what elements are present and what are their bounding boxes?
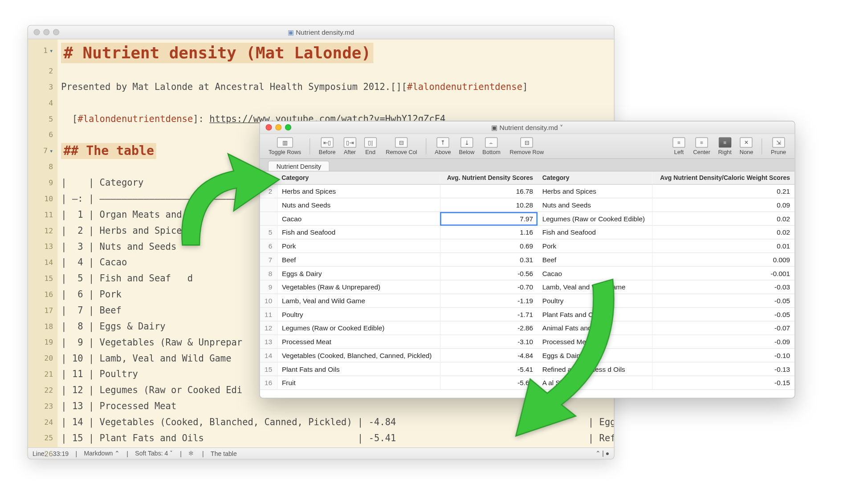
tab-nutrient-density[interactable]: Nutrient Density	[268, 161, 330, 171]
status-lang[interactable]: Markdown ⌃	[84, 450, 119, 457]
col-category-1[interactable]: Category	[277, 171, 440, 184]
line-gutter: 1234567891011121314151617181920212223242…	[28, 39, 58, 447]
status-section[interactable]: The table	[211, 450, 237, 457]
status-tabs[interactable]: Soft Tabs: 4 ˅	[135, 450, 173, 457]
table-row[interactable]: 7Beef0.31Beef0.009	[260, 253, 795, 267]
table-row[interactable]: 2Herbs and Spices16.78Herbs and Spices0.…	[260, 184, 795, 198]
status-bar: Line: 33:19 | Markdown ⌃ | Soft Tabs: 4 …	[28, 447, 614, 459]
remove-col-button[interactable]: ⊟Remove Col	[383, 136, 420, 156]
col-score-2[interactable]: Avg Nutrient Density/Caloric Weight Scor…	[652, 171, 795, 184]
col-before-button[interactable]: ⇤▯Before	[316, 136, 338, 156]
table-row[interactable]: 14Vegetables (Cooked, Blanched, Canned, …	[260, 349, 795, 362]
status-line-label: Line:	[33, 450, 46, 457]
window-title: ▣ Nutrient density.md	[28, 28, 614, 36]
table-row[interactable]: 15Plant Fats and Oils-5.41Refined and Pr…	[260, 362, 795, 376]
table-row[interactable]: Cacao7.97Legumes (Raw or Cooked Edible)0…	[260, 212, 795, 226]
table-row[interactable]: 16Fruit-5.62A al Skin and-0.15	[260, 376, 795, 390]
col-score-1[interactable]: Avg. Nutrient Density Scores	[440, 171, 538, 184]
remove-row-button[interactable]: ⊟Remove Row	[507, 136, 547, 156]
status-indicator: ⌃ | ●	[595, 450, 610, 457]
table-row[interactable]: 5Fish and Seafood1.16Fish and Seafood0.0…	[260, 225, 795, 239]
align-left-button[interactable]: ≡Left	[670, 136, 688, 156]
row-above-button[interactable]: ⤒Above	[432, 136, 454, 156]
align-none-button[interactable]: ✕None	[737, 136, 756, 156]
tab-strip: Nutrient Density	[260, 159, 795, 171]
table-row[interactable]: 11Poultry-1.71Plant Fats and Oils-0.05	[260, 308, 795, 321]
status-pos: 33:19	[53, 450, 69, 457]
table-row[interactable]: 12Legumes (Raw or Cooked Edible)-2.86Ani…	[260, 321, 795, 335]
table-titlebar[interactable]: ▣ Nutrient density.md ˅	[260, 122, 795, 134]
table-row[interactable]: 13Processed Meat-3.10Processed Meat-0.09	[260, 335, 795, 349]
table-row[interactable]: 10Lamb, Veal and Wild Game-1.19Poultry-0…	[260, 294, 795, 308]
gear-icon[interactable]	[188, 450, 195, 457]
toolbar: ▥Toggle Rows ⇤▯Before ▯⇥After ▯|End ⊟Rem…	[260, 134, 795, 159]
table-row[interactable]: 6Pork0.69Pork0.01	[260, 239, 795, 253]
editor-titlebar[interactable]: ▣ Nutrient density.md	[28, 26, 614, 40]
col-index[interactable]	[260, 171, 277, 184]
row-below-button[interactable]: ⤓Below	[456, 136, 477, 156]
toggle-rows-button[interactable]: ▥Toggle Rows	[265, 136, 304, 156]
table-editor-window: ▣ Nutrient density.md ˅ ▥Toggle Rows ⇤▯B…	[259, 121, 795, 398]
row-bottom-button[interactable]: ⫠Bottom	[480, 136, 503, 156]
align-center-button[interactable]: ≡Center	[690, 136, 713, 156]
align-right-button[interactable]: ≡Right	[715, 136, 734, 156]
col-category-2[interactable]: Category	[537, 171, 652, 184]
data-grid[interactable]: Category Avg. Nutrient Density Scores Ca…	[260, 171, 795, 390]
table-row[interactable]: 8Eggs & Dairy-0.56Cacao-0.001	[260, 266, 795, 280]
col-end-button[interactable]: ▯|End	[361, 136, 379, 156]
table-row[interactable]: 9Vegetables (Raw & Unprepared)-0.70Lamb,…	[260, 280, 795, 294]
col-after-button[interactable]: ▯⇥After	[341, 136, 359, 156]
table-row[interactable]: Nuts and Seeds10.28Nuts and Seeds0.09	[260, 198, 795, 212]
prune-button[interactable]: ⇲Prune	[768, 136, 789, 156]
window-title: ▣ Nutrient density.md ˅	[260, 123, 795, 131]
